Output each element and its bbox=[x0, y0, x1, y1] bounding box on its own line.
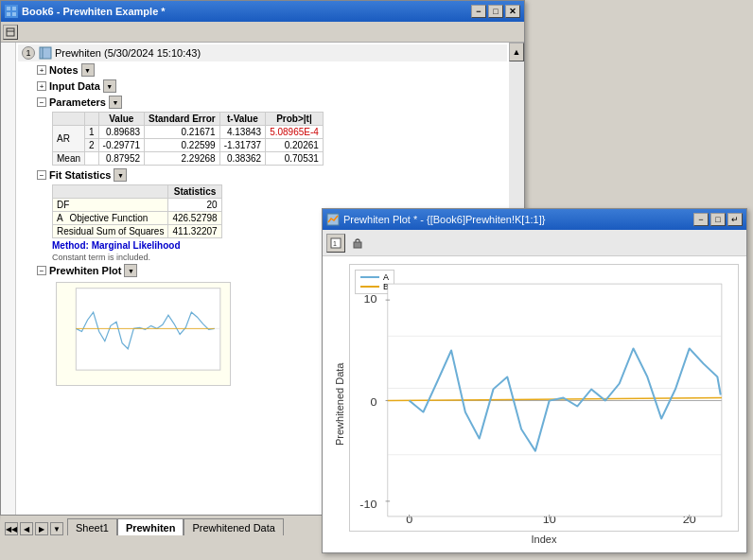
ar-1-value: 0.89683 bbox=[98, 126, 144, 139]
ar-2-label: 2 bbox=[85, 139, 99, 152]
rss-value: 411.32207 bbox=[168, 225, 221, 238]
col-prob: Prob>|t| bbox=[266, 113, 324, 126]
plot-lock-btn[interactable] bbox=[348, 234, 367, 253]
chart-area: Prewhitened Data A B bbox=[323, 256, 746, 552]
mean-se: 2.29268 bbox=[145, 152, 220, 166]
mean-label: Mean bbox=[53, 152, 85, 166]
ar-1-se: 0.21671 bbox=[145, 126, 220, 139]
scroll-up-btn[interactable]: ▲ bbox=[509, 43, 524, 61]
parameters-node: − Parameters ▼ Value Standard Error bbox=[35, 95, 507, 166]
root-badge: 1 bbox=[22, 46, 35, 60]
table-row: A Objective Function 426.52798 bbox=[53, 212, 222, 225]
minimize-button[interactable]: − bbox=[471, 5, 486, 18]
notes-dropdown[interactable]: ▼ bbox=[81, 63, 95, 77]
df-value: 20 bbox=[168, 199, 221, 212]
svg-rect-0 bbox=[7, 7, 10, 10]
notes-toggle[interactable]: + bbox=[37, 65, 46, 75]
mean-t: 0.38362 bbox=[219, 152, 265, 166]
col-value: Value bbox=[98, 113, 144, 126]
root-node-header: 1 Prewhiten (5/30/2024 15:10:43) bbox=[18, 44, 507, 61]
plot-title-controls: − □ ↵ bbox=[693, 213, 743, 226]
prewhiten-plot-label: Prewhiten Plot bbox=[49, 265, 121, 276]
plot-toolbar: 1 bbox=[323, 230, 746, 256]
ar-2-prob: 0.20261 bbox=[266, 139, 324, 152]
plot-app-icon bbox=[326, 213, 340, 226]
notes-node: + Notes ▼ bbox=[35, 62, 507, 78]
chart-container: A B 10 0 -10 0 10 bbox=[349, 264, 739, 545]
prewhiten-plot-dropdown[interactable]: ▼ bbox=[124, 264, 137, 277]
obj-func-group: A bbox=[57, 213, 63, 223]
svg-text:1: 1 bbox=[333, 240, 337, 247]
tab-sheet1[interactable]: Sheet1 bbox=[67, 518, 117, 535]
svg-rect-14 bbox=[354, 242, 361, 248]
tab-prewhiten[interactable]: Prewhiten bbox=[117, 518, 184, 535]
svg-text:0: 0 bbox=[371, 395, 377, 408]
plot-close-btn[interactable]: ↵ bbox=[727, 213, 743, 226]
input-data-label: Input Data bbox=[49, 80, 100, 92]
fit-stats-header[interactable]: − Fit Statistics ▼ bbox=[35, 167, 507, 183]
fit-stats-toggle[interactable]: − bbox=[37, 170, 46, 180]
svg-text:-10: -10 bbox=[359, 499, 377, 511]
plot-title-left: Prewhiten Plot * - {[Book6]Prewhiten!K[1… bbox=[326, 213, 545, 226]
ar-2-t: -1.31737 bbox=[219, 139, 265, 152]
ar-2-se: 0.22599 bbox=[145, 139, 220, 152]
tab-prewhitened-data[interactable]: Prewhitened Data bbox=[184, 518, 283, 535]
fit-stats-dropdown[interactable]: ▼ bbox=[114, 168, 127, 182]
main-title: Book6 - Prewhiten Example * bbox=[22, 6, 166, 17]
fit-stats-label: Fit Statistics bbox=[49, 169, 111, 181]
tab-nav-last[interactable]: ▼ bbox=[50, 522, 63, 535]
prewhiten-plot-toggle[interactable]: − bbox=[37, 266, 46, 275]
input-data-toggle[interactable]: + bbox=[37, 81, 46, 91]
parameters-dropdown[interactable]: ▼ bbox=[109, 96, 122, 109]
notes-header[interactable]: + Notes ▼ bbox=[35, 62, 507, 78]
plot-maximize-btn[interactable]: □ bbox=[710, 213, 726, 226]
ar-1-t: 4.13843 bbox=[219, 126, 265, 139]
parameters-header[interactable]: − Parameters ▼ bbox=[35, 95, 507, 110]
tab-nav-prev[interactable]: ◀ bbox=[20, 522, 33, 535]
table-row: 2 -0.29771 0.22599 -1.31737 0.20261 bbox=[53, 139, 324, 152]
input-data-header[interactable]: + Input Data ▼ bbox=[35, 79, 507, 94]
notes-label: Notes bbox=[49, 64, 79, 76]
col-empty2 bbox=[85, 113, 99, 126]
mean-prob: 0.70531 bbox=[266, 152, 324, 166]
obj-func-value: 426.52798 bbox=[168, 212, 221, 225]
plot-thumbnail[interactable] bbox=[56, 282, 231, 386]
plot-page-btn[interactable]: 1 bbox=[326, 234, 345, 253]
input-data-dropdown[interactable]: ▼ bbox=[103, 79, 116, 93]
maximize-button[interactable]: □ bbox=[488, 5, 503, 18]
svg-rect-8 bbox=[76, 289, 220, 370]
plot-content: 1 Prewhitened Data A bbox=[323, 230, 746, 552]
svg-text:10: 10 bbox=[364, 293, 377, 306]
stats-col-header: Statistics bbox=[168, 185, 221, 199]
tab-nav-next[interactable]: ▶ bbox=[35, 522, 48, 535]
table-row: DF 20 bbox=[53, 199, 222, 212]
svg-rect-1 bbox=[12, 7, 16, 10]
thumbnail-chart bbox=[57, 283, 230, 385]
title-controls: − □ ✕ bbox=[471, 5, 520, 18]
plot-window: Prewhiten Plot * - {[Book6]Prewhiten!K[1… bbox=[322, 208, 747, 553]
obj-func-label: A Objective Function bbox=[53, 212, 168, 225]
rss-label: Residual Sum of Squares bbox=[53, 225, 168, 238]
parameters-children: Value Standard Error t-Value Prob>|t| AR… bbox=[52, 112, 507, 166]
y-axis-label: Prewhitened Data bbox=[330, 264, 349, 545]
ar-label: AR bbox=[53, 126, 85, 152]
input-data-node: + Input Data ▼ bbox=[35, 79, 507, 94]
mean-value: 0.87952 bbox=[98, 152, 144, 166]
parameters-toggle[interactable]: − bbox=[37, 97, 46, 107]
fit-stats-table: Statistics DF 20 A bbox=[52, 184, 222, 238]
svg-rect-6 bbox=[40, 47, 51, 59]
ar-1-label: 1 bbox=[85, 126, 99, 139]
svg-rect-3 bbox=[12, 12, 16, 16]
close-button[interactable]: ✕ bbox=[505, 5, 520, 18]
tab-nav: ◀◀ ◀ ▶ ▼ bbox=[5, 522, 63, 535]
toolbar-btn-1[interactable] bbox=[3, 25, 18, 40]
obj-func-text: Objective Function bbox=[69, 213, 148, 223]
chart-inner: A B 10 0 -10 0 10 bbox=[349, 264, 739, 532]
plot-minimize-btn[interactable]: − bbox=[693, 213, 709, 226]
tab-nav-first[interactable]: ◀◀ bbox=[5, 522, 18, 535]
title-left: Book6 - Prewhiten Example * bbox=[5, 5, 166, 18]
toolbar bbox=[1, 22, 524, 43]
chart-svg: 10 0 -10 0 10 20 bbox=[350, 265, 738, 531]
col-empty1 bbox=[53, 113, 85, 126]
table-row: Residual Sum of Squares 411.32207 bbox=[53, 225, 222, 238]
